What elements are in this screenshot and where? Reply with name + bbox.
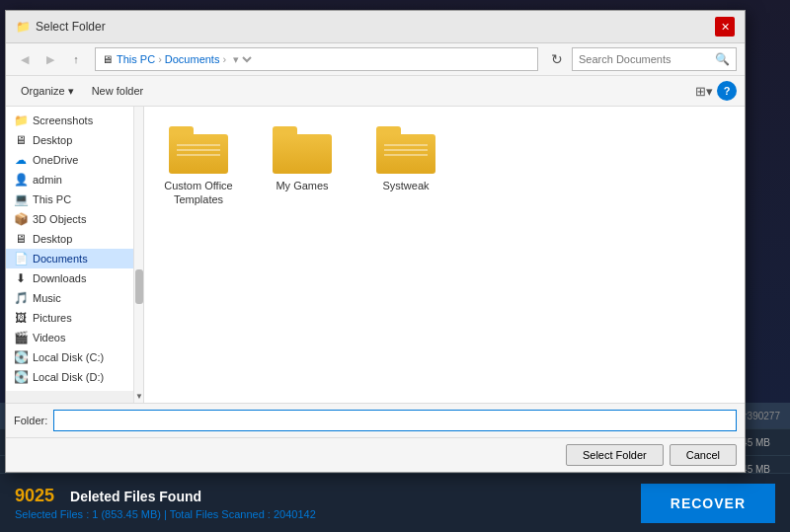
sidebar-scrollbar-thumb[interactable] [135, 269, 143, 304]
sidebar-item-downloads[interactable]: ⬇ Downloads [6, 268, 133, 288]
sidebar-item-label: Documents [33, 253, 88, 265]
sidebar-item-localc[interactable]: 💽 Local Disk (C:) [6, 347, 133, 367]
organize-chevron-icon: ▾ [68, 85, 74, 98]
organize-button[interactable]: Organize ▾ [14, 82, 81, 101]
sidebar-scrollbar[interactable]: ▼ [133, 107, 143, 403]
downloads-icon: ⬇ [14, 271, 28, 285]
sidebar-item-label: Desktop [33, 134, 72, 146]
sidebar-item-locald[interactable]: 💽 Local Disk (D:) [6, 367, 133, 387]
sidebar-item-screenshots[interactable]: 📁 Screenshots [6, 111, 133, 130]
scroll-down-arrow[interactable]: ▼ [134, 389, 144, 403]
breadcrumb-documents: Documents [165, 53, 220, 65]
folder-body [376, 134, 435, 174]
dialog-main: 📁 Screenshots 🖥 Desktop ☁ OneDrive 👤 adm… [6, 107, 745, 403]
help-button[interactable]: ? [717, 81, 737, 101]
deleted-label: Deleted Files Found [70, 489, 201, 504]
breadcrumb-dropdown[interactable]: ▾ [229, 52, 255, 66]
sidebar-item-label: OneDrive [33, 154, 78, 166]
sidebar-item-thispc[interactable]: 💻 This PC [6, 190, 133, 209]
folder-path-input[interactable] [53, 410, 737, 431]
search-input[interactable] [579, 53, 715, 65]
sidebar-item-label: Local Disk (C:) [33, 351, 104, 363]
music-icon: 🎵 [14, 291, 28, 305]
view-toggle-button[interactable]: ⊞▾ [693, 80, 715, 102]
sidebar-list: 📁 Screenshots 🖥 Desktop ☁ OneDrive 👤 adm… [6, 107, 134, 391]
sidebar-item-videos[interactable]: 🎬 Videos [6, 328, 133, 347]
sidebar-item-desktop1[interactable]: 🖥 Desktop [6, 130, 133, 150]
objects-icon: 📦 [14, 212, 28, 226]
breadcrumb[interactable]: 🖥 This PC › Documents › ▾ [95, 47, 538, 71]
recover-button[interactable]: RECOVER [641, 484, 775, 523]
drive-icon: 💽 [14, 370, 28, 384]
organize-label: Organize [21, 85, 65, 97]
cancel-button[interactable]: Cancel [670, 444, 737, 466]
view-controls: ⊞▾ ? [693, 80, 737, 102]
folder-input-label: Folder: [14, 415, 47, 426]
sidebar-item-label: Downloads [33, 272, 86, 284]
breadcrumb-pc: This PC [117, 53, 155, 65]
sidebar-item-3dobjects[interactable]: 📦 3D Objects [6, 209, 133, 229]
sidebar-item-label: Local Disk (D:) [33, 371, 104, 383]
forward-button[interactable]: ▶ [40, 48, 61, 70]
videos-icon: 🎬 [14, 331, 28, 344]
drive-icon: 💽 [14, 350, 28, 364]
sidebar-item-desktop2[interactable]: 🖥 Desktop [6, 229, 133, 249]
onedrive-icon: ☁ [14, 153, 28, 167]
sidebar-item-label: Music [33, 292, 61, 304]
sidebar-item-label: 3D Objects [33, 213, 86, 225]
user-icon: 👤 [14, 173, 28, 187]
folder-visual [169, 126, 228, 174]
desktop-icon: 🖥 [14, 133, 28, 147]
folder-label: Systweak [382, 179, 429, 192]
bottom-status-bar: 9025 Deleted Files Found Selected Files … [0, 473, 790, 532]
organize-bar: Organize ▾ New folder ⊞▾ ? [6, 76, 745, 107]
sidebar-item-label: admin [33, 174, 62, 186]
dialog-title: Select Folder [36, 20, 715, 34]
folder-sidebar: 📁 Screenshots 🖥 Desktop ☁ OneDrive 👤 adm… [6, 107, 144, 403]
sidebar-item-admin[interactable]: 👤 admin [6, 170, 133, 190]
selected-info: Selected Files : 1 (853.45 MB) | Total F… [15, 508, 316, 520]
sidebar-item-label: This PC [33, 193, 71, 205]
dialog-titlebar: 📁 Select Folder ✕ [6, 11, 745, 43]
pictures-icon: 🖼 [14, 311, 28, 325]
sidebar-item-label: Pictures [33, 312, 72, 324]
close-button[interactable]: ✕ [715, 17, 735, 37]
folder-content-area: Custom OfficeTemplates My Games Systweak [144, 107, 745, 403]
folder-visual [376, 126, 435, 174]
folder-item-systweak[interactable]: Systweak [366, 121, 445, 197]
select-folder-button[interactable]: Select Folder [566, 444, 664, 466]
breadcrumb-computer-icon: 🖥 [102, 53, 113, 65]
sidebar-item-music[interactable]: 🎵 Music [6, 288, 133, 308]
sidebar-item-label: Desktop [33, 233, 72, 245]
deleted-count: 9025 [15, 486, 54, 506]
folder-icon: 📁 [14, 114, 28, 127]
back-button[interactable]: ◀ [14, 48, 36, 70]
folder-title-icon: 📁 [16, 20, 30, 34]
documents-icon: 📄 [14, 252, 28, 266]
new-folder-button[interactable]: New folder [85, 82, 151, 100]
sidebar-item-onedrive[interactable]: ☁ OneDrive [6, 150, 133, 170]
search-icon: 🔍 [715, 52, 730, 66]
search-bar: 🔍 [572, 47, 737, 71]
dialog-buttons: Select Folder Cancel [6, 437, 745, 472]
folder-visual [273, 126, 332, 174]
sidebar-item-label: Videos [33, 332, 65, 343]
desktop-icon: 🖥 [14, 232, 28, 246]
folder-item-my-games[interactable]: My Games [263, 121, 342, 197]
folder-body [273, 134, 332, 174]
folder-label: My Games [276, 179, 328, 192]
select-folder-dialog: 📁 Select Folder ✕ ◀ ▶ ↑ 🖥 This PC › Docu… [5, 10, 746, 473]
refresh-button[interactable]: ↻ [546, 48, 568, 70]
computer-icon: 💻 [14, 192, 28, 206]
nav-toolbar: ◀ ▶ ↑ 🖥 This PC › Documents › ▾ ↻ 🔍 [6, 43, 745, 76]
folder-label: Custom OfficeTemplates [164, 179, 233, 207]
up-button[interactable]: ↑ [65, 48, 87, 70]
sidebar-item-pictures[interactable]: 🖼 Pictures [6, 308, 133, 328]
sidebar-item-documents[interactable]: 📄 Documents [6, 249, 133, 268]
folder-item-custom-office[interactable]: Custom OfficeTemplates [159, 121, 238, 212]
folder-body [169, 134, 228, 174]
sidebar-item-label: Screenshots [33, 114, 93, 126]
folder-input-row: Folder: [6, 403, 745, 437]
